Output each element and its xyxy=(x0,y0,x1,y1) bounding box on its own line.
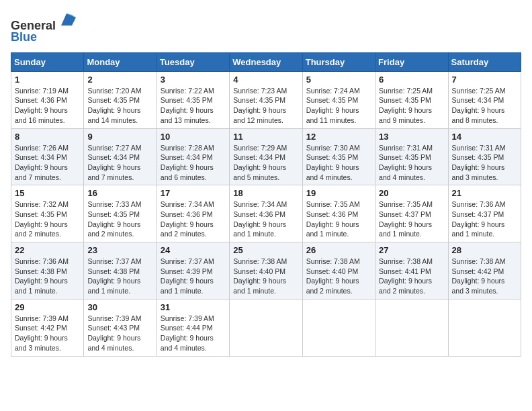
day-info: Sunrise: 7:20 AM Sunset: 4:35 PM Dayligh… xyxy=(87,86,152,126)
day-number: 28 xyxy=(452,245,517,255)
day-number: 7 xyxy=(452,75,517,85)
day-info: Sunrise: 7:25 AM Sunset: 4:34 PM Dayligh… xyxy=(452,86,517,126)
logo: General Blue xyxy=(11,11,76,44)
calendar-day-cell: 20 Sunrise: 7:35 AM Sunset: 4:37 PM Dayl… xyxy=(375,185,448,242)
day-info: Sunrise: 7:26 AM Sunset: 4:34 PM Dayligh… xyxy=(15,143,80,183)
day-of-week-header: Monday xyxy=(84,52,157,71)
day-number: 24 xyxy=(161,245,226,255)
calendar-day-cell: 7 Sunrise: 7:25 AM Sunset: 4:34 PM Dayli… xyxy=(448,71,521,128)
day-info: Sunrise: 7:24 AM Sunset: 4:35 PM Dayligh… xyxy=(306,86,371,126)
calendar-day-cell: 26 Sunrise: 7:38 AM Sunset: 4:40 PM Dayl… xyxy=(302,242,375,300)
calendar-day-cell: 29 Sunrise: 7:39 AM Sunset: 4:42 PM Dayl… xyxy=(11,299,84,356)
day-number: 27 xyxy=(379,245,444,255)
day-info: Sunrise: 7:25 AM Sunset: 4:35 PM Dayligh… xyxy=(379,86,444,126)
calendar-day-cell xyxy=(302,299,375,356)
calendar-week-row: 1 Sunrise: 7:19 AM Sunset: 4:36 PM Dayli… xyxy=(11,71,521,128)
svg-marker-0 xyxy=(61,13,76,26)
day-number: 22 xyxy=(15,245,80,255)
day-info: Sunrise: 7:33 AM Sunset: 4:35 PM Dayligh… xyxy=(87,199,152,239)
day-of-week-header: Thursday xyxy=(302,52,375,71)
day-number: 15 xyxy=(15,188,80,198)
calendar-day-cell: 10 Sunrise: 7:28 AM Sunset: 4:34 PM Dayl… xyxy=(157,128,229,185)
day-number: 19 xyxy=(306,188,371,198)
day-info: Sunrise: 7:22 AM Sunset: 4:35 PM Dayligh… xyxy=(161,86,226,126)
day-number: 3 xyxy=(161,75,226,85)
day-number: 9 xyxy=(87,132,152,142)
day-info: Sunrise: 7:34 AM Sunset: 4:36 PM Dayligh… xyxy=(161,199,226,239)
calendar-day-cell: 27 Sunrise: 7:38 AM Sunset: 4:41 PM Dayl… xyxy=(375,242,448,300)
calendar-day-cell: 9 Sunrise: 7:27 AM Sunset: 4:34 PM Dayli… xyxy=(84,128,157,185)
calendar-day-cell xyxy=(448,299,521,356)
calendar-day-cell: 3 Sunrise: 7:22 AM Sunset: 4:35 PM Dayli… xyxy=(157,71,229,128)
calendar-day-cell: 5 Sunrise: 7:24 AM Sunset: 4:35 PM Dayli… xyxy=(302,71,375,128)
day-number: 13 xyxy=(379,132,444,142)
calendar-day-cell: 28 Sunrise: 7:38 AM Sunset: 4:42 PM Dayl… xyxy=(448,242,521,300)
day-number: 2 xyxy=(87,75,152,85)
day-number: 6 xyxy=(379,75,444,85)
day-of-week-header: Tuesday xyxy=(157,52,229,71)
calendar-day-cell: 22 Sunrise: 7:36 AM Sunset: 4:38 PM Dayl… xyxy=(11,242,84,300)
day-number: 5 xyxy=(306,75,371,85)
day-of-week-header: Friday xyxy=(375,52,448,71)
day-info: Sunrise: 7:38 AM Sunset: 4:40 PM Dayligh… xyxy=(233,257,298,296)
day-number: 11 xyxy=(233,132,298,142)
day-info: Sunrise: 7:39 AM Sunset: 4:42 PM Dayligh… xyxy=(15,314,80,353)
calendar-day-cell: 23 Sunrise: 7:37 AM Sunset: 4:38 PM Dayl… xyxy=(84,242,157,300)
calendar-day-cell: 4 Sunrise: 7:23 AM Sunset: 4:35 PM Dayli… xyxy=(230,71,302,128)
logo-text: General xyxy=(11,11,76,33)
day-number: 16 xyxy=(87,188,152,198)
day-info: Sunrise: 7:31 AM Sunset: 4:35 PM Dayligh… xyxy=(379,143,444,183)
calendar-day-cell: 24 Sunrise: 7:37 AM Sunset: 4:39 PM Dayl… xyxy=(157,242,229,300)
day-info: Sunrise: 7:38 AM Sunset: 4:42 PM Dayligh… xyxy=(452,257,517,296)
day-of-week-header: Sunday xyxy=(11,52,84,71)
calendar-week-row: 8 Sunrise: 7:26 AM Sunset: 4:34 PM Dayli… xyxy=(11,128,521,185)
day-number: 25 xyxy=(233,245,298,255)
calendar-day-cell: 14 Sunrise: 7:31 AM Sunset: 4:35 PM Dayl… xyxy=(448,128,521,185)
day-of-week-header: Wednesday xyxy=(230,52,302,71)
calendar-day-cell: 21 Sunrise: 7:36 AM Sunset: 4:37 PM Dayl… xyxy=(448,185,521,242)
day-number: 31 xyxy=(161,302,226,312)
calendar-day-cell: 2 Sunrise: 7:20 AM Sunset: 4:35 PM Dayli… xyxy=(84,71,157,128)
calendar-day-cell: 1 Sunrise: 7:19 AM Sunset: 4:36 PM Dayli… xyxy=(11,71,84,128)
page-header: General Blue xyxy=(11,11,521,44)
calendar-day-cell: 13 Sunrise: 7:31 AM Sunset: 4:35 PM Dayl… xyxy=(375,128,448,185)
day-number: 17 xyxy=(161,188,226,198)
day-number: 23 xyxy=(87,245,152,255)
day-number: 8 xyxy=(15,132,80,142)
day-info: Sunrise: 7:28 AM Sunset: 4:34 PM Dayligh… xyxy=(161,143,226,183)
day-info: Sunrise: 7:38 AM Sunset: 4:40 PM Dayligh… xyxy=(306,257,371,296)
calendar-day-cell xyxy=(230,299,302,356)
day-info: Sunrise: 7:29 AM Sunset: 4:34 PM Dayligh… xyxy=(233,143,298,183)
day-number: 20 xyxy=(379,188,444,198)
day-number: 18 xyxy=(233,188,298,198)
day-number: 4 xyxy=(233,75,298,85)
day-number: 26 xyxy=(306,245,371,255)
calendar-day-cell: 19 Sunrise: 7:35 AM Sunset: 4:36 PM Dayl… xyxy=(302,185,375,242)
day-info: Sunrise: 7:36 AM Sunset: 4:37 PM Dayligh… xyxy=(452,199,517,239)
calendar-table: SundayMondayTuesdayWednesdayThursdayFrid… xyxy=(11,52,521,357)
day-info: Sunrise: 7:36 AM Sunset: 4:38 PM Dayligh… xyxy=(15,257,80,296)
calendar-day-cell: 16 Sunrise: 7:33 AM Sunset: 4:35 PM Dayl… xyxy=(84,185,157,242)
logo-icon xyxy=(57,11,76,30)
day-info: Sunrise: 7:37 AM Sunset: 4:39 PM Dayligh… xyxy=(161,257,226,296)
day-info: Sunrise: 7:30 AM Sunset: 4:35 PM Dayligh… xyxy=(306,143,371,183)
day-info: Sunrise: 7:27 AM Sunset: 4:34 PM Dayligh… xyxy=(87,143,152,183)
day-info: Sunrise: 7:35 AM Sunset: 4:36 PM Dayligh… xyxy=(306,199,371,239)
calendar-day-cell: 25 Sunrise: 7:38 AM Sunset: 4:40 PM Dayl… xyxy=(230,242,302,300)
calendar-day-cell xyxy=(375,299,448,356)
calendar-week-row: 22 Sunrise: 7:36 AM Sunset: 4:38 PM Dayl… xyxy=(11,242,521,300)
day-info: Sunrise: 7:31 AM Sunset: 4:35 PM Dayligh… xyxy=(452,143,517,183)
day-number: 30 xyxy=(87,302,152,312)
day-number: 10 xyxy=(161,132,226,142)
day-number: 12 xyxy=(306,132,371,142)
calendar-week-row: 29 Sunrise: 7:39 AM Sunset: 4:42 PM Dayl… xyxy=(11,299,521,356)
day-number: 1 xyxy=(15,75,80,85)
day-info: Sunrise: 7:19 AM Sunset: 4:36 PM Dayligh… xyxy=(15,86,80,126)
calendar-week-row: 15 Sunrise: 7:32 AM Sunset: 4:35 PM Dayl… xyxy=(11,185,521,242)
day-number: 21 xyxy=(452,188,517,198)
calendar-day-cell: 8 Sunrise: 7:26 AM Sunset: 4:34 PM Dayli… xyxy=(11,128,84,185)
day-info: Sunrise: 7:35 AM Sunset: 4:37 PM Dayligh… xyxy=(379,199,444,239)
day-of-week-header: Saturday xyxy=(448,52,521,71)
calendar-day-cell: 17 Sunrise: 7:34 AM Sunset: 4:36 PM Dayl… xyxy=(157,185,229,242)
calendar-day-cell: 30 Sunrise: 7:39 AM Sunset: 4:43 PM Dayl… xyxy=(84,299,157,356)
